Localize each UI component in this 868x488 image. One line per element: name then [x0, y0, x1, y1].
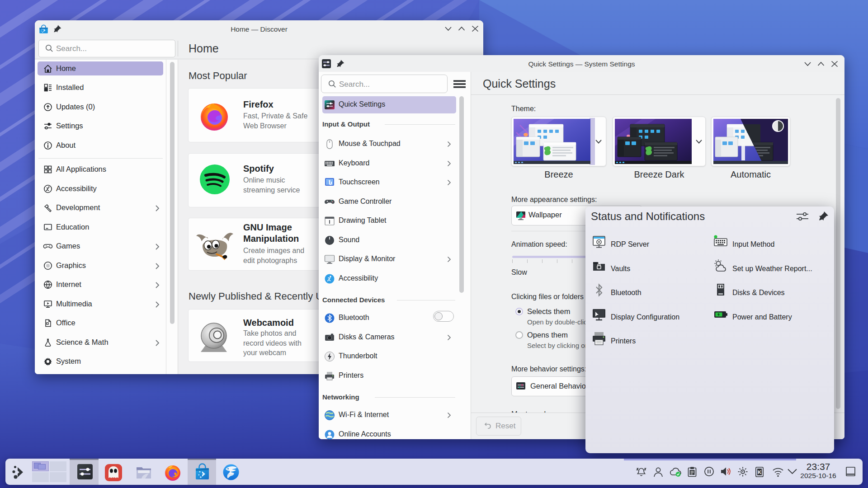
svg-text:K: K	[758, 469, 761, 475]
